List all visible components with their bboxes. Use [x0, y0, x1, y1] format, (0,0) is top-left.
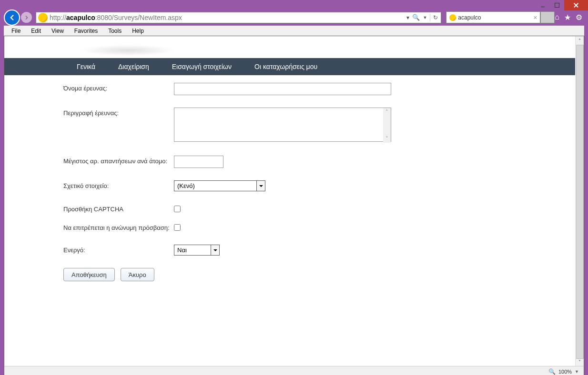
survey-name-label: Όνομα έρευνας:	[63, 83, 174, 92]
scroll-down-icon[interactable]: ˅	[385, 136, 388, 142]
home-icon[interactable]: ⌂	[555, 13, 559, 22]
tab-favicon	[449, 14, 456, 21]
form-area: Όνομα έρευνας: Περιγραφή έρευνας: ˄ ˅	[4, 75, 575, 281]
browser-toolbar: http://acapulco:8080/Surveys/NewItem.asp…	[4, 10, 584, 24]
minimize-button[interactable]	[536, 0, 550, 10]
search-dropdown-icon[interactable]: ▼	[423, 15, 427, 20]
title-icons: ⌂ ★ ⚙	[555, 13, 582, 22]
maximize-button[interactable]	[550, 0, 564, 10]
nav-manage[interactable]: Διαχείριση	[118, 63, 149, 70]
cancel-button[interactable]: Άκυρο	[121, 268, 154, 281]
window-controls	[536, 0, 588, 10]
refresh-icon[interactable]: ↻	[433, 14, 438, 21]
menu-edit[interactable]: Edit	[26, 27, 46, 35]
dropdown-icon[interactable]: ▾	[406, 14, 409, 21]
max-answers-label: Μέγιστος αρ. απαντήσεων ανά άτομο:	[63, 156, 174, 165]
scroll-thumb[interactable]	[576, 45, 584, 359]
address-bar[interactable]: http://acapulco:8080/Surveys/NewItem.asp…	[36, 12, 441, 23]
captcha-checkbox[interactable]	[174, 206, 181, 212]
tab-title: acapulco	[458, 14, 531, 21]
separator	[430, 14, 430, 21]
survey-desc-textarea[interactable]	[174, 108, 391, 142]
banner	[4, 36, 575, 58]
new-tab-button[interactable]	[540, 11, 555, 23]
nav-import[interactable]: Εισαγωγή στοιχείων	[172, 63, 232, 70]
address-controls: ▾ 🔍 ▼ ↻	[404, 14, 441, 21]
menu-file[interactable]: File	[7, 27, 25, 35]
button-row: Αποθήκευση Άκυρο	[63, 268, 575, 281]
close-button[interactable]	[564, 0, 588, 10]
tab-strip: acapulco ×	[446, 11, 555, 23]
browser-window: http://acapulco:8080/Surveys/NewItem.asp…	[0, 0, 588, 375]
forward-button[interactable]	[21, 12, 32, 23]
related-item-value: (Κενό)	[177, 182, 195, 189]
banner-shadow	[81, 45, 176, 56]
zoom-dropdown-icon[interactable]: ▼	[575, 369, 579, 374]
zoom-icon[interactable]: 🔍	[548, 368, 556, 375]
menu-view[interactable]: View	[47, 27, 69, 35]
menu-help[interactable]: Help	[127, 27, 149, 35]
status-bar: 🔍 100% ▼	[4, 366, 584, 375]
browser-tab[interactable]: acapulco ×	[446, 11, 540, 23]
related-item-select[interactable]: (Κενό)	[174, 180, 265, 191]
settings-icon[interactable]: ⚙	[576, 13, 582, 22]
favorites-icon[interactable]: ★	[564, 13, 571, 22]
anonymous-label: Να επιτρέπεται η ανώνυμη πρόσβαση:	[63, 222, 174, 231]
max-answers-input[interactable]	[174, 156, 223, 168]
page-content: Γενικά Διαχείριση Εισαγωγή στοιχείων Οι …	[4, 36, 575, 366]
zoom-value: 100%	[558, 369, 572, 375]
scroll-up-icon[interactable]: ˄	[576, 36, 584, 45]
scroll-down-icon[interactable]: ˅	[576, 357, 584, 366]
nav-myentries[interactable]: Οι καταχωρήσεις μου	[254, 63, 317, 70]
survey-name-input[interactable]	[174, 83, 391, 95]
nav-general[interactable]: Γενικά	[77, 63, 95, 70]
search-icon[interactable]: 🔍	[412, 14, 420, 21]
site-favicon	[38, 13, 48, 22]
top-nav: Γενικά Διαχείριση Εισαγωγή στοιχείων Οι …	[4, 58, 575, 75]
related-item-label: Σχετικό στοιχείο:	[63, 180, 174, 189]
survey-desc-label: Περιγραφή έρευνας:	[63, 108, 174, 117]
back-button[interactable]	[4, 10, 20, 26]
captcha-label: Προσθήκη CAPTCHA	[63, 204, 174, 213]
chevron-down-icon[interactable]	[256, 181, 265, 191]
anonymous-checkbox[interactable]	[174, 224, 181, 231]
scroll-up-icon[interactable]: ˄	[385, 109, 388, 115]
vertical-scrollbar[interactable]: ˄ ˅	[575, 36, 584, 366]
tab-close-icon[interactable]: ×	[533, 14, 537, 21]
active-label: Ενεργό:	[63, 245, 174, 254]
menu-bar: File Edit View Favorites Tools Help	[4, 25, 584, 36]
textarea-scrollbar[interactable]: ˄ ˅	[383, 108, 391, 143]
viewport: Γενικά Διαχείριση Εισαγωγή στοιχείων Οι …	[4, 36, 584, 375]
menu-tools[interactable]: Tools	[103, 27, 126, 35]
active-value: Ναι	[177, 247, 187, 254]
url-text: http://acapulco:8080/Surveys/NewItem.asp…	[50, 14, 404, 21]
save-button[interactable]: Αποθήκευση	[63, 268, 115, 281]
menu-favorites[interactable]: Favorites	[70, 27, 102, 35]
chevron-down-icon[interactable]	[211, 245, 219, 255]
